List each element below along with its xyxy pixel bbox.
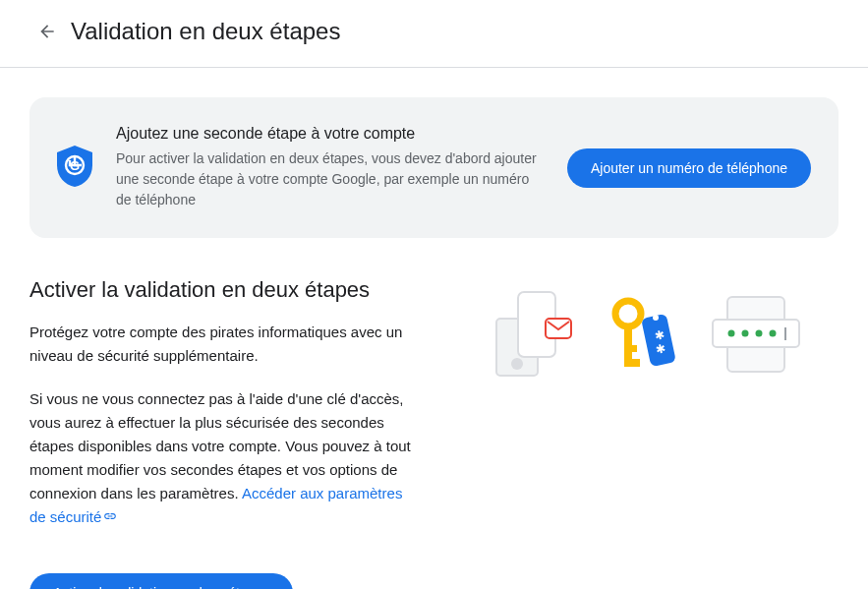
- banner-title: Ajoutez une seconde étape à votre compte: [116, 125, 544, 143]
- section-paragraph-2: Si vous ne vous connectez pas à l'aide d…: [29, 387, 415, 530]
- section-paragraph-1: Protégez votre compte des pirates inform…: [29, 321, 415, 368]
- back-button[interactable]: [28, 12, 67, 51]
- svg-rect-20: [784, 327, 786, 340]
- svg-text:G: G: [70, 158, 80, 173]
- arrow-left-icon: [37, 22, 57, 41]
- password-card-icon: [710, 292, 803, 376]
- svg-point-17: [742, 330, 749, 337]
- phone-email-icon: [489, 287, 577, 381]
- svg-point-6: [615, 301, 641, 326]
- svg-point-3: [511, 358, 523, 370]
- svg-point-16: [728, 330, 735, 337]
- info-banner: G Ajoutez une seconde étape à votre comp…: [29, 97, 839, 238]
- page-title: Validation en deux étapes: [71, 18, 340, 45]
- svg-rect-8: [624, 359, 640, 367]
- svg-point-19: [770, 330, 777, 337]
- activate-2sv-button[interactable]: Activer la validation en deux étapes: [29, 573, 293, 589]
- page-header: Validation en deux étapes: [0, 0, 868, 68]
- banner-text: Ajoutez une seconde étape à votre compte…: [116, 125, 544, 210]
- link-icon: [103, 506, 117, 530]
- key-icon: ✱ ✱: [607, 296, 680, 373]
- svg-point-11: [653, 315, 659, 321]
- content-area: G Ajoutez une seconde étape à votre comp…: [0, 68, 868, 589]
- svg-rect-9: [624, 345, 637, 352]
- add-phone-button[interactable]: Ajouter un numéro de téléphone: [567, 148, 811, 188]
- main-right-column: ✱ ✱: [454, 277, 839, 589]
- main-section: Activer la validation en deux étapes Pro…: [29, 277, 839, 589]
- section-title: Activer la validation en deux étapes: [29, 277, 415, 303]
- shield-icon: G: [57, 146, 92, 191]
- main-left-column: Activer la validation en deux étapes Pro…: [29, 277, 415, 589]
- banner-description: Pour activer la validation en deux étape…: [116, 148, 544, 210]
- security-illustration: ✱ ✱: [489, 287, 803, 381]
- svg-point-18: [756, 330, 763, 337]
